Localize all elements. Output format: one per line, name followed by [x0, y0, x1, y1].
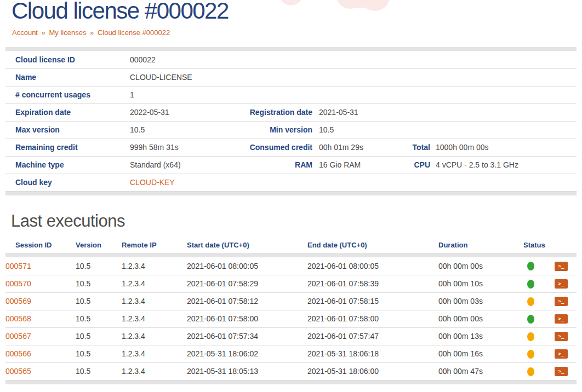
terminal-icon: >_	[558, 264, 564, 269]
cell-version: 10.5	[76, 257, 122, 275]
execution-row: 000571 10.5 1.2.3.4 2021-06-01 08:00:05 …	[5, 257, 577, 275]
cell-version: 10.5	[76, 275, 122, 292]
column-header-session-id: Session ID	[5, 241, 76, 253]
detail-value: 999h 58m 31s	[130, 139, 241, 156]
detail-label: Consumed credit	[241, 139, 312, 156]
status-icon	[527, 297, 534, 306]
execution-row: 000565 10.5 1.2.3.4 2021-05-31 18:05:13 …	[5, 362, 577, 380]
detail-row-dates: Expiration date 2022-05-31 Registration …	[5, 103, 577, 121]
detail-value: 4 vCPU - 2.5 to 3.1 GHz	[430, 156, 577, 174]
column-header-log	[551, 241, 577, 253]
detail-value: 10.5	[312, 121, 400, 139]
terminal-icon: >_	[558, 334, 564, 339]
session-link[interactable]: 000569	[5, 297, 31, 305]
terminal-log-button[interactable]: >_	[555, 297, 568, 306]
decor-shape	[345, 0, 378, 8]
session-link[interactable]: 000571	[5, 262, 31, 270]
cell-remote-ip: 1.2.3.4	[122, 362, 187, 380]
cell-end-date: 2021-05-31 18:06:18	[307, 345, 438, 362]
cell-version: 10.5	[76, 292, 122, 310]
detail-value: Standard (x64)	[130, 156, 241, 174]
cell-end-date: 2021-06-01 07:58:15	[307, 292, 438, 310]
detail-label: Cloud key	[5, 174, 130, 191]
detail-row-concurrent-usages: # concurrent usages 1	[5, 86, 577, 103]
detail-value: CLOUD-LICENSE	[130, 68, 241, 86]
detail-label: Expiration date	[5, 103, 130, 121]
cell-end-date: 2021-06-01 07:58:39	[307, 275, 438, 292]
page: Cloud license #000022 Account » My licen…	[0, 0, 582, 392]
cell-end-date: 2021-06-01 07:57:47	[307, 327, 438, 345]
detail-label: Total	[400, 139, 430, 156]
terminal-log-button[interactable]: >_	[555, 349, 568, 359]
cell-start-date: 2021-06-01 07:58:12	[187, 292, 307, 310]
cell-version: 10.5	[76, 345, 122, 362]
breadcrumb-separator: »	[88, 28, 95, 37]
session-link[interactable]: 000565	[5, 367, 31, 376]
cell-duration: 00h 00m 13s	[438, 327, 523, 345]
cell-start-date: 2021-06-01 08:00:05	[187, 257, 307, 275]
executions-table-header: Session ID Version Remote IP Start date …	[5, 241, 577, 257]
breadcrumb-link-account[interactable]: Account	[12, 28, 38, 37]
cell-remote-ip: 1.2.3.4	[122, 292, 187, 310]
status-icon	[527, 332, 534, 341]
cloud-key-link[interactable]: CLOUD-KEY	[130, 178, 175, 187]
session-link[interactable]: 000566	[5, 349, 31, 358]
cell-duration: 00h 00m 00s	[438, 310, 523, 327]
breadcrumb-link-current-license[interactable]: Cloud license #000022	[98, 28, 170, 37]
detail-label: Max version	[5, 121, 130, 139]
detail-value: 1	[130, 86, 241, 103]
status-icon	[527, 367, 534, 376]
terminal-log-button[interactable]: >_	[555, 332, 568, 341]
detail-label: RAM	[241, 156, 312, 174]
cell-remote-ip: 1.2.3.4	[122, 310, 187, 327]
execution-row: 000567 10.5 1.2.3.4 2021-06-01 07:57:34 …	[5, 327, 577, 345]
cell-duration: 00h 00m 16s	[438, 345, 523, 362]
status-icon	[527, 262, 534, 270]
execution-row: 000566 10.5 1.2.3.4 2021-05-31 18:06:02 …	[5, 345, 577, 362]
terminal-log-button[interactable]: >_	[555, 314, 568, 324]
table-top-bar	[5, 47, 577, 51]
detail-row-cloud-key: Cloud key CLOUD-KEY	[5, 174, 577, 191]
execution-row: 000570 10.5 1.2.3.4 2021-06-01 07:58:29 …	[5, 275, 577, 292]
cell-duration: 00h 00m 03s	[438, 292, 523, 310]
column-header-status: Status	[523, 241, 551, 253]
terminal-icon: >_	[558, 316, 564, 321]
cell-duration: 00h 00m 10s	[438, 275, 523, 292]
column-header-duration: Duration	[438, 241, 523, 253]
cell-start-date: 2021-05-31 18:06:02	[187, 345, 307, 362]
terminal-icon: >_	[558, 299, 564, 304]
session-link[interactable]: 000570	[5, 279, 31, 288]
column-header-start-date: Start date (UTC+0)	[187, 241, 307, 253]
detail-value: 16 Gio RAM	[312, 156, 400, 174]
breadcrumb-link-my-licenses[interactable]: My licenses	[49, 28, 86, 37]
detail-label: Min version	[241, 121, 312, 139]
detail-label: CPU	[400, 156, 430, 174]
header-divider-bar	[5, 253, 577, 257]
cell-remote-ip: 1.2.3.4	[122, 257, 187, 275]
cell-version: 10.5	[76, 327, 122, 345]
session-link[interactable]: 000567	[5, 332, 31, 341]
terminal-log-button[interactable]: >_	[555, 262, 568, 271]
cell-version: 10.5	[76, 310, 122, 327]
executions-rows: 000571 10.5 1.2.3.4 2021-06-01 08:00:05 …	[5, 257, 577, 380]
detail-value: 1000h 00m 00s	[430, 139, 577, 156]
cell-duration: 00h 00m 47s	[438, 362, 523, 380]
cell-remote-ip: 1.2.3.4	[122, 275, 187, 292]
detail-value: 2022-05-31	[130, 103, 241, 121]
terminal-log-button[interactable]: >_	[555, 367, 568, 376]
license-details-table: Cloud license ID 000022 Name CLOUD-LICEN…	[5, 51, 577, 192]
detail-value: 000022	[130, 51, 241, 68]
breadcrumb-separator: »	[40, 28, 47, 37]
cell-start-date: 2021-06-01 07:58:00	[187, 310, 307, 327]
breadcrumb: Account » My licenses » Cloud license #0…	[12, 28, 170, 37]
executions-section: Session ID Version Remote IP Start date …	[5, 241, 577, 384]
cell-duration: 00h 00m 00s	[438, 257, 523, 275]
terminal-log-button[interactable]: >_	[555, 279, 568, 289]
detail-row-cloud-license-id: Cloud license ID 000022	[5, 51, 577, 68]
status-icon	[527, 350, 534, 359]
cell-remote-ip: 1.2.3.4	[122, 327, 187, 345]
section-title-last-executions: Last executions	[11, 211, 125, 231]
session-link[interactable]: 000568	[5, 314, 31, 323]
cell-start-date: 2021-06-01 07:57:34	[187, 327, 307, 345]
cell-end-date: 2021-06-01 07:58:00	[307, 310, 438, 327]
